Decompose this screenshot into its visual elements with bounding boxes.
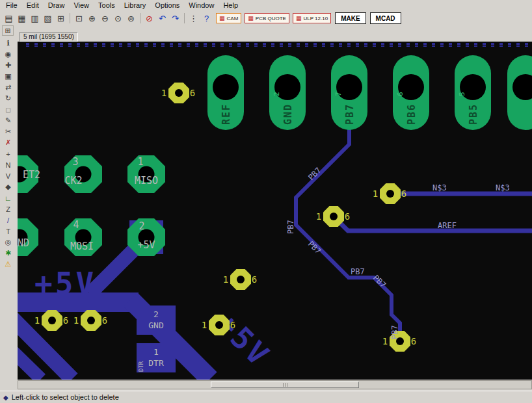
cut-tool-icon[interactable]: ✂: [1, 126, 15, 137]
pcb-drawing[interactable]: +5V +5V ET23CK21MISOND4MOSI2+5V REFGND2P…: [18, 42, 532, 380]
via[interactable]: 16: [34, 310, 68, 331]
pcb-quote-button[interactable]: ▦ PCB QUOTE: [245, 13, 289, 23]
tht-pad[interactable]: 3CK2: [64, 155, 102, 193]
menu-view[interactable]: View: [69, 1, 94, 10]
menu-tools[interactable]: Tools: [94, 1, 120, 10]
menu-window[interactable]: Window: [184, 1, 219, 10]
pad-name-label: CK2: [64, 175, 82, 187]
pad-name-label: PB6: [406, 103, 418, 125]
route-tool-icon[interactable]: ∟: [1, 192, 15, 203]
smd-dtr-name: DTR: [148, 358, 164, 368]
stop-icon[interactable]: ⊘: [143, 12, 155, 24]
tht-pad[interactable]: 2+5V: [127, 218, 165, 256]
pad-pin-label: 1: [137, 156, 143, 168]
tht-pad[interactable]: 1MISO: [127, 155, 165, 193]
change-tool-icon[interactable]: ✎: [1, 115, 15, 126]
via[interactable]: 16: [73, 310, 107, 331]
mirror-tool-icon[interactable]: ⇄: [1, 82, 15, 93]
top-pad[interactable]: GND2: [269, 55, 306, 130]
grid-button[interactable]: ⊞: [2, 25, 14, 36]
menu-file[interactable]: File: [1, 1, 22, 10]
add-tool-icon[interactable]: +: [1, 148, 15, 159]
save-icon[interactable]: ▦: [16, 12, 28, 24]
ratsnest-tool-icon[interactable]: ✱: [1, 248, 15, 259]
rotate-tool-icon[interactable]: ↻: [1, 93, 15, 104]
value-tool-icon[interactable]: V: [1, 170, 15, 181]
pad-pin-label: 7: [334, 92, 343, 96]
mcad-label: MCAD: [376, 15, 395, 22]
pcb-quote-label: PCB QUOTE: [256, 16, 286, 21]
make-button[interactable]: MAKE: [335, 12, 366, 24]
menu-library[interactable]: Library: [120, 1, 151, 10]
name-tool-icon[interactable]: N: [1, 159, 15, 170]
via[interactable]: 16: [382, 331, 416, 352]
menu-draw[interactable]: Draw: [44, 1, 70, 10]
grid-icon[interactable]: ⊞: [55, 12, 67, 24]
tht-pads[interactable]: ET23CK21MISOND4MOSI2+5V: [18, 155, 165, 256]
via[interactable]: 16: [316, 206, 350, 227]
print-icon[interactable]: ▥: [29, 12, 41, 24]
scrollbar-thumb[interactable]: [211, 382, 359, 388]
zoom-fit-icon[interactable]: ⊡: [73, 12, 85, 24]
zoom-out-icon[interactable]: ⊖: [99, 12, 111, 24]
text-tool-icon[interactable]: T: [1, 226, 15, 237]
delete-tool-icon[interactable]: ✗: [1, 137, 15, 148]
menu-help[interactable]: Help: [219, 1, 243, 10]
tht-pad[interactable]: 4MOSI: [64, 218, 102, 256]
cam-button[interactable]: ▦ CAM: [216, 13, 241, 23]
zoom-in-icon[interactable]: ⊕: [86, 12, 98, 24]
copy-tool-icon[interactable]: ▣: [1, 71, 15, 82]
mcad-button[interactable]: MCAD: [370, 12, 401, 24]
top-pad[interactable]: [507, 55, 532, 130]
zoom-redraw-icon[interactable]: ⊙: [112, 12, 124, 24]
group-tool-icon[interactable]: □: [1, 104, 15, 115]
via-hole: [215, 321, 223, 329]
smd-dtr-pin: 1: [153, 347, 159, 357]
info-tool-icon[interactable]: ℹ: [1, 38, 15, 49]
top-pad[interactable]: PB66: [393, 55, 429, 130]
pcb-canvas[interactable]: +5V +5V ET23CK21MISOND4MOSI2+5V REFGND2P…: [18, 42, 532, 380]
via-label-left: 1: [73, 315, 79, 326]
horizontal-scrollbar[interactable]: [18, 380, 532, 389]
move-tool-icon[interactable]: ✚: [1, 60, 15, 71]
via-label-right: 6: [190, 88, 195, 98]
net-label-pb7: PB7: [351, 267, 365, 276]
redo-icon[interactable]: ↷: [169, 12, 181, 24]
net-label-n3: N$3: [432, 183, 447, 192]
script-icon[interactable]: ⋮: [187, 12, 200, 24]
errors-tool-icon[interactable]: ⚠: [1, 259, 15, 270]
top-pads[interactable]: REFGND2PB77PB66PB55: [207, 55, 532, 130]
top-pad[interactable]: PB55: [455, 55, 491, 130]
via-label-left: 1: [161, 88, 166, 98]
undo-icon[interactable]: ↶: [156, 12, 168, 24]
via-label-right: 6: [411, 336, 416, 346]
top-pad[interactable]: REF: [207, 55, 244, 130]
pad-pin-label: 6: [396, 92, 405, 96]
trace-aref[interactable]: [334, 216, 532, 231]
pad-pin-label: 4: [73, 219, 79, 231]
tht-pad[interactable]: ET2: [18, 155, 40, 193]
wire-tool-icon[interactable]: /: [1, 214, 15, 226]
tht-pad[interactable]: ND: [18, 218, 38, 256]
menu-edit[interactable]: Edit: [22, 1, 44, 10]
board-outline-dots: [21, 43, 532, 47]
via-label-left: 1: [373, 188, 378, 199]
ulp-button[interactable]: ▦ ULP 12.10: [293, 13, 331, 23]
net-label-aref: AREF: [438, 221, 457, 230]
help-icon[interactable]: ?: [200, 12, 213, 24]
smash-tool-icon[interactable]: ◆: [1, 181, 15, 192]
via-tool-icon[interactable]: ◎: [1, 237, 15, 248]
via[interactable]: 16: [373, 183, 406, 204]
open-icon[interactable]: ▤: [3, 12, 15, 24]
menu-options[interactable]: Options: [150, 1, 184, 10]
show-tool-icon[interactable]: ◉: [1, 49, 15, 60]
trace-pb7[interactable]: [296, 104, 400, 341]
display-layers-icon[interactable]: ▧: [42, 12, 54, 24]
pad-name-label: PB7: [344, 103, 356, 125]
zoom-select-icon[interactable]: ⊚: [125, 12, 137, 24]
top-pad[interactable]: PB77: [331, 55, 367, 130]
via[interactable]: 16: [223, 269, 257, 290]
via[interactable]: 16: [161, 83, 195, 103]
ripup-tool-icon[interactable]: Z: [1, 203, 15, 214]
net-label-pb7: PB7: [306, 239, 323, 255]
